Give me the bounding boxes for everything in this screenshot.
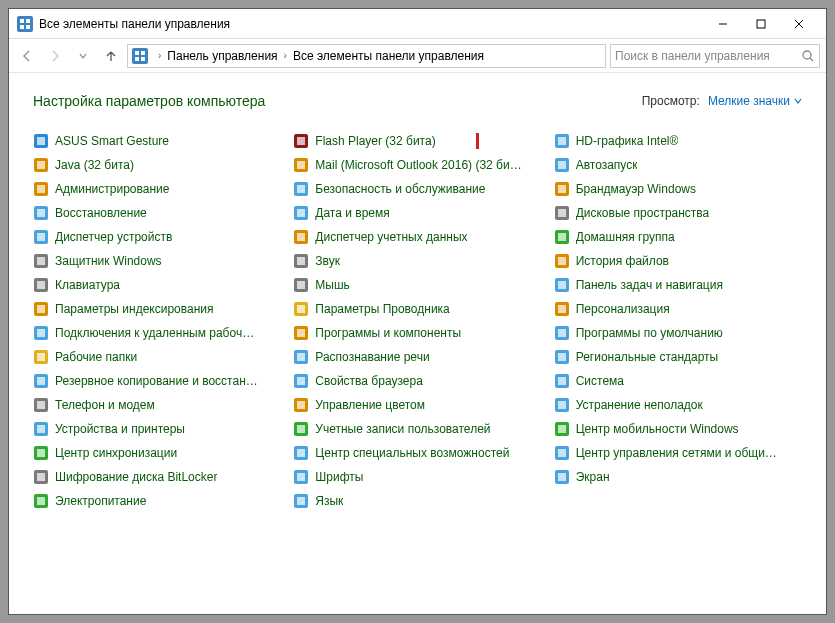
control-panel-item[interactable]: Устранение неполадок (554, 397, 802, 413)
breadcrumb-part1[interactable]: Панель управления (167, 49, 277, 63)
minimize-button[interactable] (704, 13, 742, 35)
control-panel-item[interactable]: Дата и время (293, 205, 541, 221)
item-icon (33, 349, 49, 365)
svg-rect-103 (558, 401, 566, 409)
control-panel-item[interactable]: Администрирование (33, 181, 281, 197)
item-label: Шрифты (315, 470, 363, 484)
item-icon (33, 181, 49, 197)
control-panel-item[interactable]: Управление цветом (293, 397, 541, 413)
item-icon (33, 325, 49, 341)
control-panel-item[interactable]: Резервное копирование и восстан… (33, 373, 281, 389)
back-button[interactable] (15, 44, 39, 68)
control-panel-item[interactable]: Экран (554, 469, 802, 485)
svg-rect-12 (135, 57, 139, 61)
control-panel-item[interactable]: Mail (Microsoft Outlook 2016) (32 би… (293, 157, 541, 173)
control-panel-item[interactable]: Звук (293, 253, 541, 269)
forward-button[interactable] (43, 44, 67, 68)
item-label: Резервное копирование и восстан… (55, 374, 258, 388)
item-label: Параметры индексирования (55, 302, 213, 316)
control-panel-item[interactable]: Брандмауэр Windows (554, 181, 802, 197)
item-icon (554, 133, 570, 149)
breadcrumb-part2[interactable]: Все элементы панели управления (293, 49, 484, 63)
svg-rect-85 (558, 185, 566, 193)
window-title: Все элементы панели управления (39, 17, 704, 31)
control-panel-item[interactable]: Язык (293, 493, 541, 509)
control-panel-item[interactable]: Шрифты (293, 469, 541, 485)
control-panel-item[interactable]: Телефон и модем (33, 397, 281, 413)
control-panel-item[interactable]: Диспетчер учетных данных (293, 229, 541, 245)
control-panel-item[interactable]: Flash Player (32 бита) (293, 133, 541, 149)
item-label: Дисковые пространства (576, 206, 710, 220)
control-panel-item[interactable]: Программы и компоненты (293, 325, 541, 341)
control-panel-item[interactable]: Диспетчер устройств (33, 229, 281, 245)
search-box[interactable] (610, 44, 820, 68)
control-panel-item[interactable]: Персонализация (554, 301, 802, 317)
control-panel-item[interactable]: ASUS Smart Gesture (33, 133, 281, 149)
control-panel-item[interactable]: Дисковые пространства (554, 205, 802, 221)
control-panel-item[interactable]: Безопасность и обслуживание (293, 181, 541, 197)
up-button[interactable] (99, 44, 123, 68)
svg-rect-71 (297, 401, 305, 409)
item-icon (293, 421, 309, 437)
view-value: Мелкие значки (708, 94, 790, 108)
item-label: Программы и компоненты (315, 326, 461, 340)
svg-rect-89 (558, 233, 566, 241)
control-panel-item[interactable]: Центр специальных возможностей (293, 445, 541, 461)
control-panel-item[interactable]: Восстановление (33, 205, 281, 221)
control-panel-item[interactable]: Свойства браузера (293, 373, 541, 389)
control-panel-item[interactable]: Система (554, 373, 802, 389)
control-panel-item[interactable]: Подключения к удаленным рабоч… (33, 325, 281, 341)
item-icon (293, 205, 309, 221)
control-panel-item[interactable]: Домашняя группа (554, 229, 802, 245)
control-panel-item[interactable]: Клавиатура (33, 277, 281, 293)
address-bar[interactable]: › Панель управления › Все элементы панел… (127, 44, 606, 68)
item-icon (33, 397, 49, 413)
control-panel-item[interactable]: История файлов (554, 253, 802, 269)
view-dropdown[interactable]: Мелкие значки (708, 94, 802, 108)
item-label: Защитник Windows (55, 254, 162, 268)
control-panel-item[interactable]: Параметры Проводника (293, 301, 541, 317)
item-label: Электропитание (55, 494, 146, 508)
control-panel-item[interactable]: Центр мобильности Windows (554, 421, 802, 437)
svg-rect-35 (37, 353, 45, 361)
control-panel-item[interactable]: Java (32 бита) (33, 157, 281, 173)
item-label: Mail (Microsoft Outlook 2016) (32 би… (315, 158, 521, 172)
item-label: Подключения к удаленным рабоч… (55, 326, 254, 340)
control-panel-item[interactable]: Устройства и принтеры (33, 421, 281, 437)
item-icon (554, 445, 570, 461)
item-label: Диспетчер устройств (55, 230, 172, 244)
item-label: Система (576, 374, 624, 388)
view-label: Просмотр: (642, 94, 700, 108)
control-panel-item[interactable]: Распознавание речи (293, 349, 541, 365)
item-label: Свойства браузера (315, 374, 423, 388)
control-panel-item[interactable]: Защитник Windows (33, 253, 281, 269)
item-icon (554, 349, 570, 365)
control-panel-item[interactable]: Центр синхронизации (33, 445, 281, 461)
history-dropdown[interactable] (71, 44, 95, 68)
control-panel-item[interactable]: Программы по умолчанию (554, 325, 802, 341)
item-label: Язык (315, 494, 343, 508)
item-label: Параметры Проводника (315, 302, 449, 316)
item-label: Рабочие папки (55, 350, 137, 364)
control-panel-item[interactable]: Панель задач и навигация (554, 277, 802, 293)
control-panel-item[interactable]: Центр управления сетями и общи… (554, 445, 802, 461)
svg-rect-47 (37, 497, 45, 505)
control-panel-item[interactable]: Мышь (293, 277, 541, 293)
item-label: Программы по умолчанию (576, 326, 723, 340)
control-panel-item[interactable]: HD-графика Intel® (554, 133, 802, 149)
close-button[interactable] (780, 13, 818, 35)
item-icon (293, 469, 309, 485)
control-panel-item[interactable]: Электропитание (33, 493, 281, 509)
control-panel-item[interactable]: Параметры индексирования (33, 301, 281, 317)
item-icon (293, 397, 309, 413)
control-panel-item[interactable]: Учетные записи пользователей (293, 421, 541, 437)
search-input[interactable] (615, 49, 801, 63)
control-panel-item[interactable]: Региональные стандарты (554, 349, 802, 365)
maximize-button[interactable] (742, 13, 780, 35)
item-icon (33, 445, 49, 461)
svg-rect-51 (297, 161, 305, 169)
control-panel-item[interactable]: Рабочие папки (33, 349, 281, 365)
control-panel-item[interactable]: Шифрование диска BitLocker (33, 469, 281, 485)
item-label: ASUS Smart Gesture (55, 134, 169, 148)
control-panel-item[interactable]: Автозапуск (554, 157, 802, 173)
